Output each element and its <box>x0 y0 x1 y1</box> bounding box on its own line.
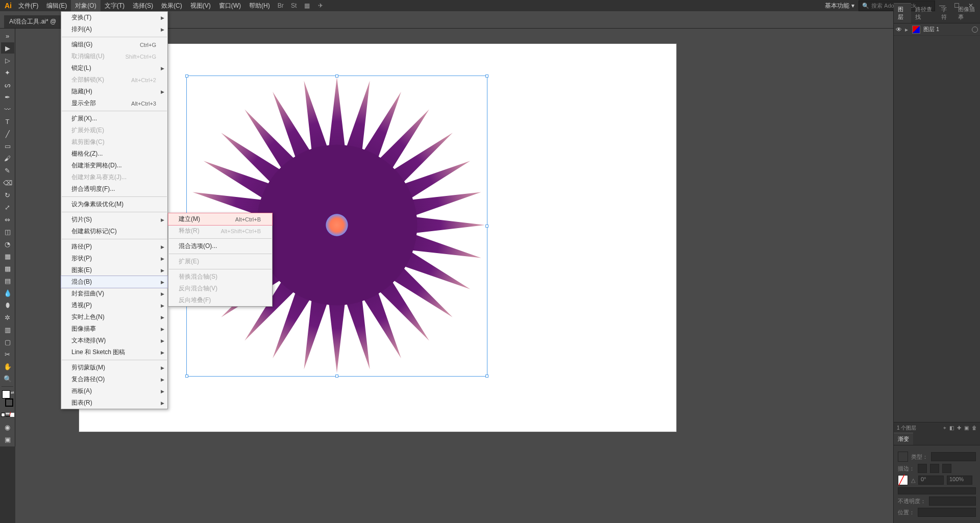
stroke-color-swatch[interactable] <box>5 399 13 407</box>
selection-handle[interactable] <box>335 74 338 78</box>
gpu-preview-icon[interactable]: ✈ <box>315 0 326 11</box>
menu-item[interactable]: 封套扭曲(V)▶ <box>61 288 167 300</box>
layer-row[interactable]: 👁 ▸ 图层 1 <box>894 23 980 36</box>
menu-file[interactable]: 文件(F) <box>14 0 42 12</box>
menu-item[interactable]: 变换(T)▶ <box>61 12 167 23</box>
hand-tool[interactable]: ✋ <box>1 361 14 372</box>
menu-item[interactable]: 剪切蒙版(M)▶ <box>61 362 167 373</box>
selection-handle[interactable] <box>185 74 188 78</box>
document-tab[interactable]: AI混合工具.ai* @ <box>4 15 61 28</box>
blend-tool[interactable]: ⬮ <box>1 300 14 311</box>
magic-wand-tool[interactable]: ✦ <box>1 67 14 78</box>
tab-pathfinder[interactable]: 路径查找 <box>911 4 937 23</box>
menu-effect[interactable]: 效果(C) <box>157 0 186 12</box>
menu-item[interactable]: 复合路径(O)▶ <box>61 373 167 385</box>
locate-object-icon[interactable]: ⌖ <box>943 425 946 431</box>
gradient-fill-swatch[interactable]: ╱ <box>898 475 908 485</box>
menu-view[interactable]: 视图(V) <box>186 0 215 12</box>
selection-tool[interactable]: ▶ <box>1 42 14 54</box>
selection-handle[interactable] <box>485 225 488 228</box>
menu-item[interactable]: 创建裁切标记(C) <box>61 226 167 237</box>
selection-handle[interactable] <box>485 375 488 378</box>
tab-layers[interactable]: 图层 <box>894 3 911 23</box>
shape-builder-tool[interactable]: ◔ <box>1 238 14 250</box>
menu-edit[interactable]: 编辑(E) <box>42 0 71 12</box>
menu-item[interactable]: 排列(A)▶ <box>61 23 167 35</box>
selection-handle[interactable] <box>335 375 338 378</box>
menu-item[interactable]: 图案(E)▶ <box>61 264 167 276</box>
slice-tool[interactable]: ✂ <box>1 348 14 360</box>
screen-mode-toggle[interactable]: ▣ <box>1 434 14 445</box>
bridge-icon[interactable]: Br <box>275 0 286 11</box>
visibility-toggle-icon[interactable]: 👁 <box>896 26 905 33</box>
gradient-ramp[interactable] <box>898 487 976 494</box>
type-tool[interactable]: T <box>1 116 14 127</box>
lasso-tool[interactable]: ᔕ <box>1 79 14 90</box>
tab-image-trace[interactable]: 图像描摹 <box>954 4 980 23</box>
draw-mode-normal[interactable]: ◉ <box>1 421 14 433</box>
submenu-item[interactable]: 建立(M)Alt+Ctrl+B <box>168 213 273 226</box>
menu-item[interactable]: 切片(S)▶ <box>61 214 167 226</box>
make-clipping-mask-icon[interactable]: ◧ <box>949 425 954 431</box>
menu-item[interactable]: 设为像素级优化(M) <box>61 198 167 210</box>
swap-fill-stroke-icon[interactable]: ⇄ <box>11 390 14 395</box>
gradient-aspect-input[interactable]: 100% <box>947 476 972 485</box>
menu-item[interactable]: 创建渐变网格(D)... <box>61 160 167 171</box>
menu-item[interactable]: 锁定(L)▶ <box>61 62 167 74</box>
delete-layer-icon[interactable]: 🗑 <box>972 425 977 431</box>
new-layer-icon[interactable]: ▣ <box>964 425 969 431</box>
menu-item[interactable]: 扩展(X)... <box>61 113 167 124</box>
column-graph-tool[interactable]: ▥ <box>1 324 14 335</box>
direct-selection-tool[interactable]: ▷ <box>1 55 14 66</box>
symbol-sprayer-tool[interactable]: ✲ <box>1 312 14 323</box>
color-mode-toggles[interactable]: / <box>1 409 14 420</box>
perspective-grid-tool[interactable]: ▦ <box>1 251 14 262</box>
create-sublayer-icon[interactable]: ✚ <box>957 425 961 431</box>
menu-item[interactable]: 图表(R)▶ <box>61 397 167 409</box>
gradient-angle-input[interactable]: 0° <box>918 476 944 485</box>
eraser-tool[interactable]: ⌫ <box>1 177 14 188</box>
tab-character[interactable]: 字符 <box>937 4 954 23</box>
artboard-tool[interactable]: ▢ <box>1 336 14 347</box>
stop-opacity-input[interactable] <box>929 496 976 506</box>
menu-item[interactable]: 混合(B)▶ <box>61 276 168 288</box>
arrange-documents-icon[interactable]: ▦ <box>302 0 313 11</box>
rectangle-tool[interactable]: ▭ <box>1 140 14 152</box>
menu-item[interactable]: 形状(P)▶ <box>61 253 167 264</box>
menu-item[interactable]: 显示全部Alt+Ctrl+3 <box>61 97 167 109</box>
submenu-item[interactable]: 混合选项(O)... <box>168 240 272 252</box>
stroke-gradient-within[interactable] <box>918 464 927 473</box>
free-transform-tool[interactable]: ◫ <box>1 226 14 237</box>
menu-help[interactable]: 帮助(H) <box>245 0 274 12</box>
menu-type[interactable]: 文字(T) <box>101 0 129 12</box>
zoom-tool[interactable]: 🔍 <box>1 373 14 384</box>
eyedropper-tool[interactable]: 💧 <box>1 287 14 298</box>
rotate-tool[interactable]: ↻ <box>1 189 14 201</box>
curvature-tool[interactable]: 〰 <box>1 104 14 115</box>
selection-handle[interactable] <box>185 375 188 378</box>
scale-tool[interactable]: ⤢ <box>1 202 14 213</box>
tab-gradient[interactable]: 渐变 <box>894 433 913 445</box>
width-tool[interactable]: ⇔ <box>1 214 14 225</box>
menu-item[interactable]: 栅格化(Z)... <box>61 148 167 160</box>
gradient-tool[interactable]: ▤ <box>1 275 14 286</box>
selection-handle[interactable] <box>485 74 488 78</box>
menu-item[interactable]: 文本绕排(W)▶ <box>61 335 167 346</box>
layer-target-icon[interactable] <box>972 27 978 33</box>
gradient-preview-swatch[interactable] <box>898 452 908 462</box>
menu-item[interactable]: 透视(P)▶ <box>61 300 167 311</box>
menu-item[interactable]: 隐藏(H)▶ <box>61 86 167 97</box>
stock-icon[interactable]: St <box>288 0 300 11</box>
gradient-type-select[interactable] <box>931 452 976 461</box>
menu-object[interactable]: 对象(O) <box>71 0 100 12</box>
fill-stroke-swatch[interactable]: ⇄ <box>1 390 14 407</box>
menu-window[interactable]: 窗口(W) <box>215 0 245 12</box>
menu-item[interactable]: 拼合透明度(F)... <box>61 183 167 195</box>
toolbox-collapse-icon[interactable]: » <box>1 30 14 41</box>
paintbrush-tool[interactable]: 🖌 <box>1 153 14 164</box>
menu-item[interactable]: 图像描摹▶ <box>61 323 167 335</box>
pen-tool[interactable]: ✒ <box>1 91 14 103</box>
menu-item[interactable]: Line 和 Sketch 图稿▶ <box>61 346 167 358</box>
layer-name[interactable]: 图层 1 <box>923 26 972 33</box>
fill-color-swatch[interactable] <box>2 390 10 399</box>
